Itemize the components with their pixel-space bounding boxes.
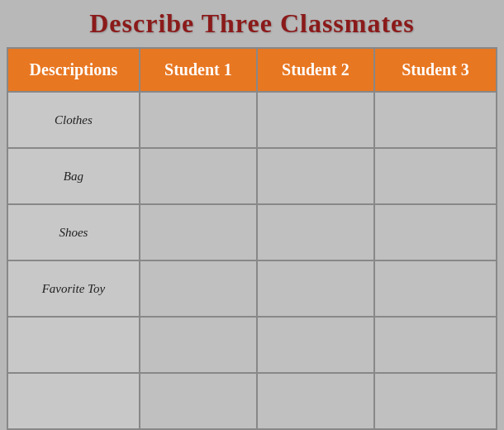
table-row [7, 373, 497, 429]
header-student3: Student 3 [374, 48, 497, 92]
cell-r5-c0[interactable] [140, 373, 257, 429]
cell-r3-c2[interactable] [374, 260, 497, 317]
cell-r1-c1[interactable] [257, 148, 374, 204]
header-student2: Student 2 [257, 48, 374, 92]
header-student1: Student 1 [140, 48, 257, 92]
cell-r4-c2[interactable] [374, 317, 497, 373]
cell-r0-c2[interactable] [374, 92, 497, 148]
cell-r2-c1[interactable] [257, 204, 374, 260]
cell-r1-c2[interactable] [374, 148, 497, 204]
cell-r4-c0[interactable] [140, 317, 257, 373]
main-table: Descriptions Student 1 Student 2 Student… [7, 47, 497, 430]
cell-r1-c0[interactable] [140, 148, 257, 204]
row-label-1: Bag [7, 148, 140, 204]
cell-r2-c0[interactable] [140, 204, 257, 260]
cell-r0-c0[interactable] [140, 92, 257, 148]
row-label-2: Shoes [7, 204, 140, 260]
cell-r3-c1[interactable] [257, 260, 374, 317]
row-label-4 [7, 317, 140, 373]
cell-r5-c1[interactable] [257, 373, 374, 429]
cell-r2-c2[interactable] [374, 204, 497, 260]
cell-r4-c1[interactable] [257, 317, 374, 373]
row-label-0: Clothes [7, 92, 140, 148]
row-label-5 [7, 373, 140, 429]
table-row: Clothes [7, 92, 497, 148]
cell-r0-c1[interactable] [257, 92, 374, 148]
table-row: Shoes [7, 204, 497, 260]
page-container: Describe Three Classmates Descriptions S… [0, 0, 504, 430]
table-row: Favorite Toy [7, 260, 497, 317]
header-row: Descriptions Student 1 Student 2 Student… [7, 48, 497, 92]
cell-r5-c2[interactable] [374, 373, 497, 429]
row-label-3: Favorite Toy [7, 260, 140, 317]
page-title: Describe Three Classmates [89, 8, 415, 39]
cell-r3-c0[interactable] [140, 260, 257, 317]
header-descriptions: Descriptions [7, 48, 140, 92]
table-row: Bag [7, 148, 497, 204]
table-row [7, 317, 497, 373]
